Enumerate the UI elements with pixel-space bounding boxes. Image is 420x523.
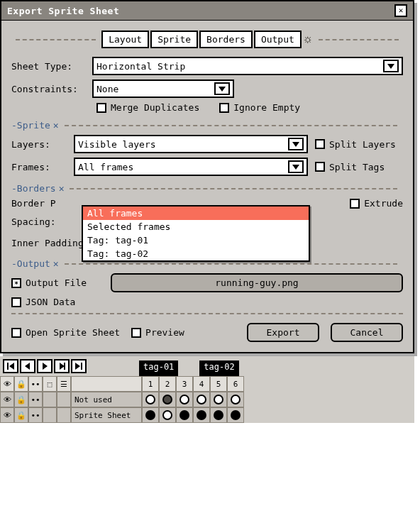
cell-spacer [43,392,57,407]
svg-marker-7 [43,363,48,370]
svg-rect-11 [81,363,82,370]
open-sprite-sheet-checkbox[interactable]: Open Sprite Sheet [11,327,120,338]
cel[interactable] [227,407,244,423]
chevron-down-icon [214,82,230,95]
cell-spacer [43,407,57,423]
frame-number[interactable]: 2 [159,376,176,392]
cel[interactable] [159,392,176,407]
layers-select[interactable]: Visible layers [74,135,308,153]
cel[interactable] [176,407,193,423]
constraints-select[interactable]: None [92,79,234,98]
playback-controls [0,356,89,376]
ignore-empty-checkbox[interactable]: Ignore Empty [219,102,300,113]
extrude-checkbox[interactable]: Extrude [350,198,403,209]
svg-marker-2 [292,142,299,147]
lock-icon[interactable]: 🔒 [14,392,28,407]
frame-number[interactable]: 4 [193,376,210,392]
frame-number[interactable]: 3 [176,376,193,392]
eye-icon[interactable]: 👁 [0,407,14,423]
lock-icon[interactable]: 🔒 [14,376,28,392]
svg-rect-4 [7,363,9,370]
cel[interactable] [142,407,159,423]
tab-row: Layout Sprite Borders Output ⛭ [11,31,403,48]
eye-icon[interactable]: 👁 [0,376,14,392]
menu-icon[interactable]: ☰ [57,376,71,392]
export-dialog: Export Sprite Sheet ✕ Layout Sprite Bord… [0,0,414,353]
layer-name[interactable]: Sprite Sheet [71,407,142,423]
chevron-down-icon [288,138,304,150]
cell-spacer [57,407,71,423]
svg-marker-3 [292,165,299,170]
tab-borders[interactable]: Borders [199,31,253,48]
svg-rect-9 [64,363,65,370]
layers-label: Layers: [11,139,67,150]
frames-dropdown-popup: All frames Selected frames Tag: tag-01 T… [82,205,310,262]
frame-number[interactable]: 5 [210,376,227,392]
frame-number[interactable]: 1 [142,376,159,392]
timeline-panel: tag-01 tag-02 👁🔒••⬚☰123456👁🔒••Not used👁🔒… [0,356,414,423]
section-sprite: -Sprite ✕ [11,120,403,131]
first-frame-button[interactable] [3,359,18,373]
timeline-table: 👁🔒••⬚☰123456👁🔒••Not used👁🔒••Sprite Sheet [0,376,414,423]
constraints-label: Constraints: [11,84,85,94]
cel[interactable] [193,392,210,407]
window-title: Export Sprite Sheet [7,6,119,16]
preview-checkbox[interactable]: Preview [131,327,184,338]
section-collapse-icon[interactable]: ✕ [59,183,65,194]
cel[interactable] [210,407,227,423]
svg-marker-10 [75,363,80,370]
onion-icon[interactable]: •• [28,407,43,423]
frame-number[interactable]: 6 [227,376,244,392]
output-file-button[interactable]: running-guy.png [111,273,403,292]
section-borders: -Borders ✕ [11,183,403,194]
layer-name[interactable]: Not used [71,392,142,407]
last-frame-button[interactable] [71,359,87,373]
tab-output[interactable]: Output [254,31,302,48]
tab-layout[interactable]: Layout [101,31,149,48]
svg-marker-6 [25,363,30,370]
lock-icon[interactable]: 🔒 [14,407,28,423]
section-collapse-icon[interactable]: ✕ [53,120,59,131]
cel[interactable] [142,392,159,407]
output-file-checkbox[interactable]: ✶ Output File [11,277,104,288]
tag-chip[interactable]: tag-02 [199,360,238,376]
chevron-down-icon [383,60,399,72]
cell-spacer [57,392,71,407]
play-button[interactable] [37,359,52,373]
onion-icon[interactable]: •• [28,392,43,407]
sheet-type-select[interactable]: Horizontal Strip [92,57,403,75]
split-tags-checkbox[interactable]: Split Tags [315,162,385,172]
tab-sprite[interactable]: Sprite [150,31,198,48]
chevron-down-icon [288,160,304,173]
cel[interactable] [159,407,176,423]
next-frame-button[interactable] [54,359,70,373]
cel[interactable] [193,407,210,423]
svg-marker-5 [9,363,14,370]
gear-icon[interactable]: ⛭ [303,34,313,45]
merge-duplicates-checkbox[interactable]: Merge Duplicates [96,102,199,113]
cel[interactable] [227,392,244,407]
tag-chip[interactable]: tag-01 [139,360,178,376]
frames-select[interactable]: All frames [74,158,308,176]
dropdown-item[interactable]: All frames [83,207,309,220]
export-button[interactable]: Export [247,323,319,342]
link-icon[interactable]: ⬚ [43,376,57,392]
section-collapse-icon[interactable]: ✕ [53,258,59,269]
cel[interactable] [210,392,227,407]
cancel-button[interactable]: Cancel [331,323,403,342]
prev-frame-button[interactable] [20,359,35,373]
close-button[interactable]: ✕ [394,4,407,17]
dropdown-item[interactable]: Selected frames [83,220,309,233]
onion-icon[interactable]: •• [28,376,43,392]
json-data-checkbox[interactable]: JSON Data [11,297,75,307]
frames-label: Frames: [11,162,67,172]
dropdown-item[interactable]: Tag: tag-01 [83,233,309,247]
cel[interactable] [176,392,193,407]
eye-icon[interactable]: 👁 [0,392,14,407]
titlebar: Export Sprite Sheet ✕ [1,1,413,21]
svg-marker-8 [60,363,65,370]
split-layers-checkbox[interactable]: Split Layers [315,139,396,150]
svg-marker-0 [387,64,394,69]
sheet-type-label: Sheet Type: [11,61,85,72]
dropdown-item[interactable]: Tag: tag-02 [83,247,309,260]
